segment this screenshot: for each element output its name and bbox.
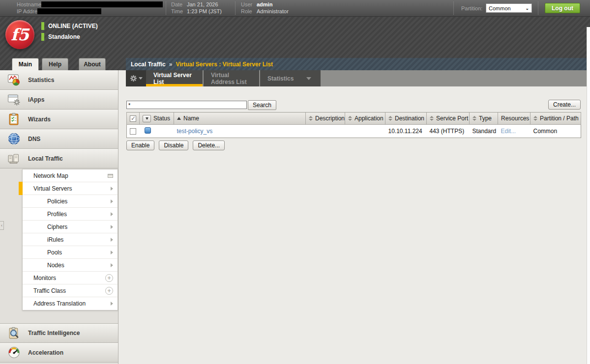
sidebar-item-label: Wizards [28, 116, 51, 123]
row-select-cell[interactable] [127, 125, 140, 138]
subtab-statistics[interactable]: Statistics [260, 70, 321, 86]
sidebar-collapse-handle[interactable]: ‹ [0, 221, 4, 230]
sidebar-item-label: Local Traffic [28, 155, 63, 162]
subtab-virtual-address-list[interactable]: Virtual Address List [204, 70, 259, 86]
device-status-text: ONLINE (ACTIVE) [48, 23, 98, 29]
select-menu-dropdown-icon[interactable] [143, 115, 151, 122]
logout-button[interactable]: Log out [545, 3, 580, 13]
global-header-bar: Hostname IP Address Date Jan 21, 2026 Ti… [0, 0, 590, 17]
topbar-divider [538, 1, 538, 15]
sidebar-item-label: Statistics [28, 77, 54, 84]
submenu-item-pools[interactable]: Pools [23, 246, 118, 259]
page-scroll-gutter[interactable] [587, 27, 590, 364]
sidebar-item-local-traffic[interactable]: Local Traffic [0, 149, 118, 168]
search-input[interactable] [126, 101, 247, 109]
enable-button[interactable]: Enable [126, 140, 154, 150]
column-header-partition-path[interactable]: Partition / Path [531, 112, 581, 125]
row-service-port-cell: 443 (HTTPS) [427, 125, 470, 138]
tab-help[interactable]: Help [42, 58, 68, 70]
local-traffic-servers-icon [7, 152, 21, 165]
submenu-item-traffic-class[interactable]: Traffic Class + [23, 284, 118, 297]
sidebar-item-wizards[interactable]: Wizards [0, 110, 118, 129]
user-value: admin [257, 1, 272, 7]
disable-button[interactable]: Disable [159, 140, 188, 150]
tab-main[interactable]: Main [12, 58, 39, 70]
submenu-item-label: iRules [47, 236, 63, 243]
column-header-description[interactable]: Description [306, 112, 345, 125]
submenu-item-profiles[interactable]: Profiles [23, 208, 118, 221]
delete-button[interactable]: Delete... [193, 140, 225, 150]
row-description-cell [306, 125, 345, 138]
sidebar-item-iapps[interactable]: iApps [0, 90, 118, 110]
select-all-checkbox[interactable] [130, 115, 136, 122]
row-application-cell [345, 125, 385, 138]
breadcrumb: Local Traffic » Virtual Servers : Virtua… [126, 58, 587, 70]
tab-about[interactable]: About [79, 58, 106, 70]
sort-both-icon [533, 116, 537, 121]
submenu-item-ciphers[interactable]: Ciphers [23, 221, 118, 233]
circle-plus-icon[interactable]: + [105, 287, 113, 295]
status-enabled-icon [145, 127, 151, 134]
partition-label: Partition: [461, 5, 482, 11]
sidebar-item-statistics[interactable]: Statistics [0, 70, 118, 90]
sidebar-item-acceleration[interactable]: Acceleration [0, 343, 118, 363]
select-all-header[interactable] [127, 112, 140, 125]
column-label: Partition / Path [540, 115, 579, 122]
submenu-item-label: Network Map [33, 172, 68, 179]
column-header-service-port[interactable]: Service Port [427, 112, 470, 125]
virtual-server-link[interactable]: test-policy_vs [177, 128, 213, 135]
page-options-menu[interactable] [126, 70, 146, 86]
breadcrumb-separator: » [169, 61, 173, 68]
submenu-item-address-translation[interactable]: Address Translation [23, 297, 118, 310]
submenu-item-nodes[interactable]: Nodes [23, 259, 118, 272]
sidebar-item-label: DNS [28, 136, 40, 142]
partition-select[interactable]: Common ⌄ [486, 3, 532, 13]
column-label: Resources [501, 115, 529, 122]
submenu-item-irules[interactable]: iRules [23, 233, 118, 246]
window-popup-icon [108, 174, 113, 178]
status-green-bar-icon [41, 33, 44, 41]
subtab-virtual-server-list[interactable]: Virtual Server List [146, 70, 203, 86]
chevron-right-icon [111, 187, 113, 191]
subtab-strip: Virtual Server List Virtual Address List… [126, 70, 587, 86]
time-value: 1:23 PM (JST) [187, 8, 222, 14]
sidebar-item-label: iApps [28, 96, 44, 103]
chevron-right-icon [111, 225, 113, 229]
ip-address-value-redacted [37, 8, 101, 14]
submenu-item-network-map[interactable]: Network Map [23, 169, 118, 182]
column-label: Description [315, 115, 345, 122]
row-checkbox[interactable] [130, 128, 136, 135]
search-button[interactable]: Search [248, 100, 276, 110]
status-green-bar-icon [41, 22, 44, 30]
column-label: Type [479, 115, 492, 122]
column-header-type[interactable]: Type [470, 112, 498, 125]
column-header-destination[interactable]: Destination [385, 112, 427, 125]
subtab-label: Statistics [267, 75, 294, 82]
submenu-item-monitors[interactable]: Monitors + [23, 272, 118, 284]
chevron-right-icon [111, 199, 113, 203]
table-header-row: Status Name Description Application Dest… [127, 112, 581, 125]
sort-both-icon [348, 116, 352, 121]
submenu-item-virtual-servers[interactable]: Virtual Servers [23, 182, 118, 195]
chevron-down-icon: ⌄ [525, 6, 529, 11]
circle-plus-icon[interactable]: + [105, 274, 113, 282]
column-header-name[interactable]: Name [174, 112, 306, 125]
chevron-right-icon [111, 251, 113, 254]
create-button[interactable]: Create... [548, 100, 581, 110]
column-label: Status [153, 115, 170, 122]
column-header-application[interactable]: Application [345, 112, 385, 125]
role-label: Role [241, 8, 252, 14]
edit-resources-link[interactable]: Edit... [501, 128, 516, 135]
submenu-item-policies[interactable]: Policies [23, 195, 118, 208]
column-label: Name [183, 115, 199, 122]
sidebar-item-traffic-intelligence[interactable]: Traffic Intelligence [0, 323, 118, 343]
acceleration-gauge-icon [7, 346, 21, 359]
sidebar-item-dns[interactable]: DNS [0, 129, 118, 149]
sort-both-icon [388, 116, 392, 121]
column-label: Application [354, 115, 384, 122]
column-header-status[interactable]: Status [140, 112, 174, 125]
chevron-down-icon [306, 77, 311, 80]
submenu-item-label: Traffic Class [33, 287, 66, 294]
row-type-cell: Standard [470, 125, 498, 138]
sort-ascending-icon [177, 117, 181, 120]
